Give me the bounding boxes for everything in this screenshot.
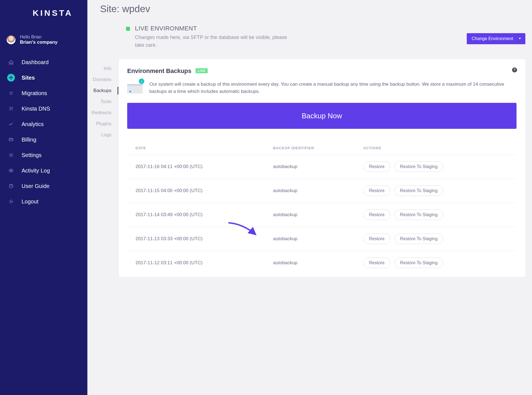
download-icon: ↓ [139,79,144,84]
nav-label: Migrations [22,90,47,96]
hello-user: Hello Brian [20,34,58,40]
live-indicator-icon [126,27,130,31]
migrations-icon [7,89,15,97]
col-actions: ACTIONS [355,143,517,155]
nav-label: Dashboard [22,59,49,66]
environment-heading: LIVE ENVIRONMENT [135,25,290,32]
nav-logout[interactable]: Logout [0,194,87,209]
restore-to-staging-button[interactable]: Restore To Staging [394,210,444,220]
subnav-info[interactable]: Info [87,63,118,74]
nav-user-guide[interactable]: User Guide [0,178,87,194]
backup-actions: RestoreRestore To Staging [355,179,517,203]
backup-date: 2017-11-13 03:33 +00:00 (UTC) [127,227,265,251]
card-help-icon[interactable]: ? [512,67,517,72]
live-badge: LIVE [195,68,208,73]
table-row: 2017-11-16 04:11 +00:00 (UTC)autobackupR… [127,155,517,179]
nav-label: Analytics [22,121,44,127]
nav-billing[interactable]: Billing [0,132,87,147]
backup-date: 2017-11-15 04:00 +00:00 (UTC) [127,179,265,203]
environment-bar: LIVE ENVIRONMENT Changes made here, via … [87,25,529,59]
subnav-tools[interactable]: Tools [87,96,118,107]
site-subnav: Info Domains Backups Tools Redirects Plu… [87,59,118,277]
nav-label: Settings [22,152,41,158]
sites-icon [7,74,15,82]
col-identifier: BACKUP IDENTIFIER [265,143,355,155]
help-icon [7,182,15,190]
restore-to-staging-button[interactable]: Restore To Staging [394,234,444,244]
restore-to-staging-button[interactable]: Restore To Staging [394,161,444,172]
server-icon: ↓ [127,81,143,93]
table-row: 2017-11-13 03:33 +00:00 (UTC)autobackupR… [127,227,517,251]
nav-analytics[interactable]: Analytics [0,116,87,132]
nav-sites[interactable]: Sites [0,70,87,85]
nav-label: Kinsta DNS [22,106,50,112]
change-env-label: Change Environment [472,36,513,41]
card-title: Environment Backups [127,67,191,75]
restore-button[interactable]: Restore [363,161,390,172]
backup-actions: RestoreRestore To Staging [355,227,517,251]
logout-icon [7,198,15,205]
backup-identifier: autobackup [265,179,355,203]
restore-button[interactable]: Restore [363,258,390,268]
card-description: Our system will create a backup of this … [149,81,517,95]
restore-button[interactable]: Restore [363,210,390,220]
backup-identifier: autobackup [265,227,355,251]
svg-rect-0 [9,138,13,141]
restore-to-staging-button[interactable]: Restore To Staging [394,185,444,196]
nav-label: User Guide [22,183,49,189]
dns-icon [7,105,15,113]
subnav-logs[interactable]: Logs [87,129,118,140]
eye-icon [7,167,15,174]
nav-dashboard[interactable]: Dashboard [0,54,87,70]
svg-point-2 [11,170,12,171]
backup-date: 2017-11-14 03:49 +00:00 (UTC) [127,203,265,227]
restore-button[interactable]: Restore [363,234,390,244]
backup-actions: RestoreRestore To Staging [355,251,517,275]
nav-label: Billing [22,137,36,143]
sidebar: KINSTA Hello Brian Brian's company Dashb… [0,0,87,395]
main: Site: wpdev LIVE ENVIRONMENT Changes mad… [87,0,532,395]
subnav-plugins[interactable]: Plugins [87,118,118,129]
primary-nav: Dashboard Sites Migrations Kinsta DNS An… [0,54,87,209]
nav-migrations[interactable]: Migrations [0,85,87,101]
backup-date: 2017-11-16 04:11 +00:00 (UTC) [127,155,265,179]
backup-identifier: autobackup [265,251,355,275]
backups-table: DATE BACKUP IDENTIFIER ACTIONS 2017-11-1… [127,143,517,275]
subnav-domains[interactable]: Domains [87,74,118,85]
col-date: DATE [127,143,265,155]
backup-identifier: autobackup [265,203,355,227]
table-row: 2017-11-14 03:49 +00:00 (UTC)autobackupR… [127,203,517,227]
gear-icon [7,151,15,159]
table-row: 2017-11-12 03:11 +00:00 (UTC)autobackupR… [127,251,517,275]
page-title: Site: wpdev [87,0,532,25]
backup-now-button[interactable]: Backup Now [127,103,517,129]
svg-point-1 [11,155,12,156]
home-icon [7,58,15,66]
backup-identifier: autobackup [265,155,355,179]
table-row: 2017-11-15 04:00 +00:00 (UTC)autobackupR… [127,179,517,203]
restore-to-staging-button[interactable]: Restore To Staging [394,258,444,268]
restore-button[interactable]: Restore [363,185,390,196]
avatar [7,35,15,44]
nav-settings[interactable]: Settings [0,147,87,163]
analytics-icon [7,120,15,128]
backup-actions: RestoreRestore To Staging [355,155,517,179]
environment-description: Changes made here, via SFTP or the datab… [135,34,290,49]
nav-dns[interactable]: Kinsta DNS [0,101,87,116]
nav-label: Sites [22,75,35,81]
nav-label: Logout [22,198,38,205]
backup-actions: RestoreRestore To Staging [355,203,517,227]
brand-text: KINSTA [33,8,73,17]
backup-date: 2017-11-12 03:11 +00:00 (UTC) [127,251,265,275]
subnav-redirects[interactable]: Redirects [87,107,118,118]
subnav-backups[interactable]: Backups [87,85,118,96]
brand-logo: KINSTA [0,3,87,23]
backups-card: Environment Backups LIVE ? ↓ Our system … [118,59,525,277]
billing-icon [7,136,15,143]
nav-activity-log[interactable]: Activity Log [0,163,87,178]
company-name: Brian's company [20,40,58,45]
nav-label: Activity Log [22,168,50,174]
change-environment-button[interactable]: Change Environment [467,33,525,44]
user-block[interactable]: Hello Brian Brian's company [0,23,87,54]
